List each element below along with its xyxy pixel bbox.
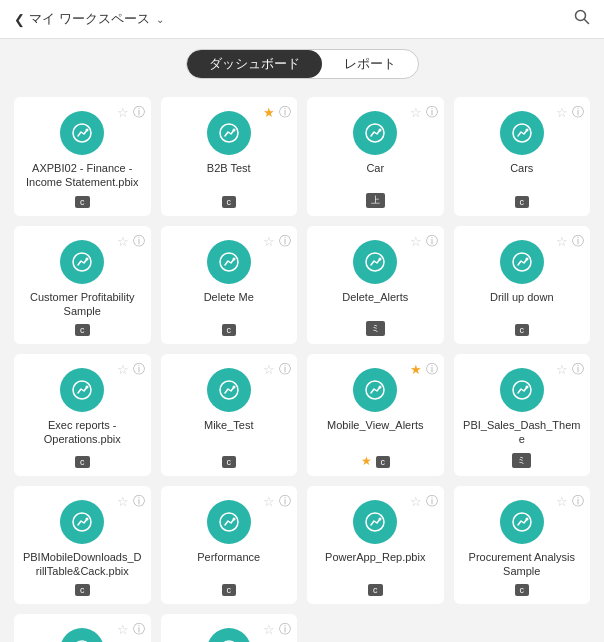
- info-icon[interactable]: ⓘ: [133, 493, 145, 510]
- card-thumbnail: [207, 111, 251, 155]
- star-icon[interactable]: ☆: [556, 234, 568, 249]
- card-item[interactable]: ☆ⓘ Mike_Testc: [161, 354, 298, 476]
- card-item[interactable]: ☆ⓘ Delete_Alertsミ: [307, 226, 444, 345]
- svg-point-3: [86, 129, 89, 132]
- star-icon[interactable]: ☆: [410, 234, 422, 249]
- card-item[interactable]: ★ⓘ B2B Testc: [161, 97, 298, 216]
- info-icon[interactable]: ⓘ: [426, 361, 438, 378]
- card-thumbnail: [353, 240, 397, 284]
- card-icons-row: ☆ⓘ: [410, 104, 438, 121]
- info-icon[interactable]: ⓘ: [426, 233, 438, 250]
- card-item[interactable]: ☆ⓘ PBI_Sales_Dash_Themeミ: [454, 354, 591, 476]
- star-icon[interactable]: ☆: [556, 105, 568, 120]
- card-tag-row: c: [515, 196, 530, 208]
- card-title: Performance: [197, 550, 260, 564]
- card-title: Mobile_View_Alerts: [327, 418, 423, 432]
- star-icon[interactable]: ☆: [117, 362, 129, 377]
- workspace-label: マイ ワークスペース: [29, 10, 150, 28]
- card-tag: c: [515, 196, 530, 208]
- star-icon[interactable]: ☆: [410, 494, 422, 509]
- card-item[interactable]: ☆ⓘ AXPBI02 - Finance - Income Statement.…: [14, 97, 151, 216]
- star-icon[interactable]: ☆: [263, 362, 275, 377]
- info-icon[interactable]: ⓘ: [133, 233, 145, 250]
- card-tag: c: [75, 196, 90, 208]
- card-thumbnail: [353, 368, 397, 412]
- card-tag: c: [75, 584, 90, 596]
- star-icon[interactable]: ☆: [556, 494, 568, 509]
- card-item[interactable]: ☆ⓘ PowerApp_Rep.pbixc: [307, 486, 444, 605]
- card-tag-row: c: [222, 324, 237, 336]
- card-item[interactable]: ☆ⓘ Customer Profitability Samplec: [14, 226, 151, 345]
- card-icons-row: ☆ⓘ: [263, 361, 291, 378]
- card-title: Car: [366, 161, 384, 175]
- tab-report[interactable]: レポート: [322, 50, 418, 78]
- info-icon[interactable]: ⓘ: [426, 493, 438, 510]
- info-icon[interactable]: ⓘ: [279, 233, 291, 250]
- card-thumbnail: [60, 368, 104, 412]
- info-icon[interactable]: ⓘ: [133, 621, 145, 638]
- back-button[interactable]: ❮ マイ ワークスペース ⌄: [14, 10, 164, 28]
- chevron-down-icon: ⌄: [156, 14, 164, 25]
- star-icon[interactable]: ☆: [117, 105, 129, 120]
- tab-dashboard[interactable]: ダッシュボード: [187, 50, 322, 78]
- star-icon[interactable]: ☆: [263, 234, 275, 249]
- tab-group: ダッシュボード レポート: [186, 49, 419, 79]
- star-icon[interactable]: ★: [263, 105, 275, 120]
- card-item[interactable]: ☆ⓘ Car上: [307, 97, 444, 216]
- star-icon[interactable]: ☆: [410, 105, 422, 120]
- star-icon[interactable]: ☆: [117, 494, 129, 509]
- info-icon[interactable]: ⓘ: [279, 104, 291, 121]
- star-icon[interactable]: ☆: [117, 622, 129, 637]
- card-item[interactable]: ☆ⓘ PBIMobileDownloads_DrillTable&Cack.pb…: [14, 486, 151, 605]
- card-tag-row: c: [75, 456, 90, 468]
- info-icon[interactable]: ⓘ: [279, 361, 291, 378]
- svg-point-23: [379, 386, 382, 389]
- card-icons-row: ☆ⓘ: [410, 233, 438, 250]
- tab-bar: ダッシュボード レポート: [0, 39, 604, 87]
- card-item[interactable]: ☆ⓘ Receivablec: [14, 614, 151, 642]
- card-item[interactable]: ☆ⓘ Exec reports - Operations.pbixc: [14, 354, 151, 476]
- card-title: PowerApp_Rep.pbix: [325, 550, 425, 564]
- svg-point-7: [379, 129, 382, 132]
- card-icons-row: ★ⓘ: [410, 361, 438, 378]
- card-item[interactable]: ☆ⓘ Procurement Analysis Samplec: [454, 486, 591, 605]
- card-tag: c: [222, 584, 237, 596]
- card-title: Mike_Test: [204, 418, 254, 432]
- svg-line-1: [585, 20, 589, 24]
- card-tag: ミ: [366, 321, 385, 336]
- star-icon[interactable]: ☆: [263, 494, 275, 509]
- info-icon[interactable]: ⓘ: [572, 233, 584, 250]
- card-item[interactable]: ☆ⓘ Sales_Cars_with_linkc: [161, 614, 298, 642]
- search-icon[interactable]: [574, 9, 590, 29]
- card-icons-row: ☆ⓘ: [556, 493, 584, 510]
- card-title: Delete Me: [204, 290, 254, 304]
- info-icon[interactable]: ⓘ: [279, 493, 291, 510]
- info-icon[interactable]: ⓘ: [133, 104, 145, 121]
- card-tag-row: c: [515, 584, 530, 596]
- card-item[interactable]: ☆ⓘ Performancec: [161, 486, 298, 605]
- info-icon[interactable]: ⓘ: [279, 621, 291, 638]
- star-icon[interactable]: ☆: [556, 362, 568, 377]
- card-item[interactable]: ★ⓘ Mobile_View_Alerts★c: [307, 354, 444, 476]
- card-icons-row: ☆ⓘ: [117, 361, 145, 378]
- info-icon[interactable]: ⓘ: [133, 361, 145, 378]
- info-icon[interactable]: ⓘ: [572, 361, 584, 378]
- card-tag: c: [75, 324, 90, 336]
- card-tag: c: [75, 456, 90, 468]
- card-thumbnail: [353, 500, 397, 544]
- star-icon[interactable]: ☆: [263, 622, 275, 637]
- card-tag-row: 上: [366, 193, 385, 208]
- card-item[interactable]: ☆ⓘ Delete Mec: [161, 226, 298, 345]
- card-tag-row: c: [222, 196, 237, 208]
- card-tag-row: ★c: [361, 454, 391, 468]
- card-tag: c: [222, 456, 237, 468]
- info-icon[interactable]: ⓘ: [572, 104, 584, 121]
- svg-point-9: [525, 129, 528, 132]
- card-thumbnail: [207, 628, 251, 642]
- info-icon[interactable]: ⓘ: [426, 104, 438, 121]
- card-item[interactable]: ☆ⓘ Drill up downc: [454, 226, 591, 345]
- card-item[interactable]: ☆ⓘ Carsc: [454, 97, 591, 216]
- star-icon[interactable]: ☆: [117, 234, 129, 249]
- info-icon[interactable]: ⓘ: [572, 493, 584, 510]
- star-icon[interactable]: ★: [410, 362, 422, 377]
